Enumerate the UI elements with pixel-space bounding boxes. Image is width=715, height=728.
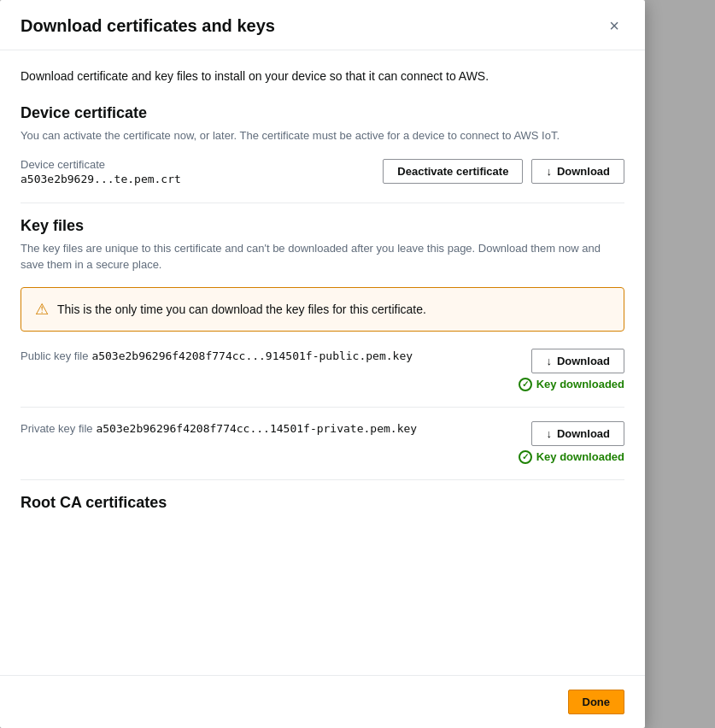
key-files-desc: The key files are unique to this certifi… xyxy=(21,240,624,273)
section-divider xyxy=(21,203,624,203)
public-key-label: Public key file xyxy=(21,349,88,362)
private-key-value: a503e2b96296f4208f774cc...14501f-private… xyxy=(96,422,417,435)
public-key-downloaded-status: ✓ Key downloaded xyxy=(519,378,624,391)
public-key-actions: Download ✓ Key downloaded xyxy=(519,349,624,391)
download-icon xyxy=(546,427,552,440)
device-certificate-desc: You can activate the certificate now, or… xyxy=(21,127,624,144)
key-divider xyxy=(21,407,624,408)
cert-info: Device certificate a503e2b9629...te.pem.… xyxy=(21,158,181,185)
warning-icon: ⚠ xyxy=(35,300,49,319)
public-key-downloaded-label: Key downloaded xyxy=(536,378,624,390)
root-ca-section: Root CA certificates xyxy=(21,494,624,512)
root-ca-title: Root CA certificates xyxy=(21,494,624,512)
modal-body: Download certificate and key files to in… xyxy=(0,50,645,675)
download-public-key-button[interactable]: Download xyxy=(531,349,624,373)
key-files-section: Key files The key files are unique to th… xyxy=(21,217,624,464)
certificate-row: Device certificate a503e2b9629...te.pem.… xyxy=(21,158,624,185)
private-key-downloaded-status: ✓ Key downloaded xyxy=(519,450,624,464)
device-certificate-title: Device certificate xyxy=(21,104,624,122)
download-certificate-button[interactable]: Download xyxy=(531,159,624,184)
private-key-row: Private key file a503e2b96296f4208f774cc… xyxy=(21,421,624,464)
modal-overlay: Download certificates and keys × Downloa… xyxy=(0,0,715,728)
deactivate-certificate-button[interactable]: Deactivate certificate xyxy=(383,159,523,184)
check-circle-icon: ✓ xyxy=(519,378,532,391)
public-key-row: Public key file a503e2b96296f4208f774cc.… xyxy=(21,349,624,391)
cert-value: a503e2b9629...te.pem.crt xyxy=(21,173,181,185)
warning-box: ⚠ This is the only time you can download… xyxy=(21,287,624,332)
warning-text: This is the only time you can download t… xyxy=(57,302,426,316)
modal-footer: Done xyxy=(0,675,645,728)
check-circle-icon: ✓ xyxy=(519,450,532,464)
device-certificate-section: Device certificate You can activate the … xyxy=(21,104,624,185)
cert-actions: Deactivate certificate Download xyxy=(383,159,624,184)
private-key-label: Private key file xyxy=(21,422,93,435)
download-private-key-button[interactable]: Download xyxy=(531,421,624,446)
key-files-title: Key files xyxy=(21,217,624,235)
modal-header: Download certificates and keys × xyxy=(0,0,645,50)
intro-text: Download certificate and key files to in… xyxy=(21,68,624,85)
private-key-downloaded-label: Key downloaded xyxy=(536,450,624,463)
close-button[interactable]: × xyxy=(604,15,624,36)
download-icon xyxy=(546,355,552,367)
public-key-info: Public key file a503e2b96296f4208f774cc.… xyxy=(21,349,519,362)
download-icon xyxy=(546,165,552,178)
private-key-actions: Download ✓ Key downloaded xyxy=(519,421,624,464)
cert-label: Device certificate xyxy=(21,158,181,171)
done-button[interactable]: Done xyxy=(568,690,625,714)
public-key-value: a503e2b96296f4208f774cc...914501f-public… xyxy=(91,349,413,362)
root-ca-divider xyxy=(21,479,624,480)
modal: Download certificates and keys × Downloa… xyxy=(0,0,645,728)
private-key-info: Private key file a503e2b96296f4208f774cc… xyxy=(21,421,519,435)
modal-title: Download certificates and keys xyxy=(21,16,275,36)
